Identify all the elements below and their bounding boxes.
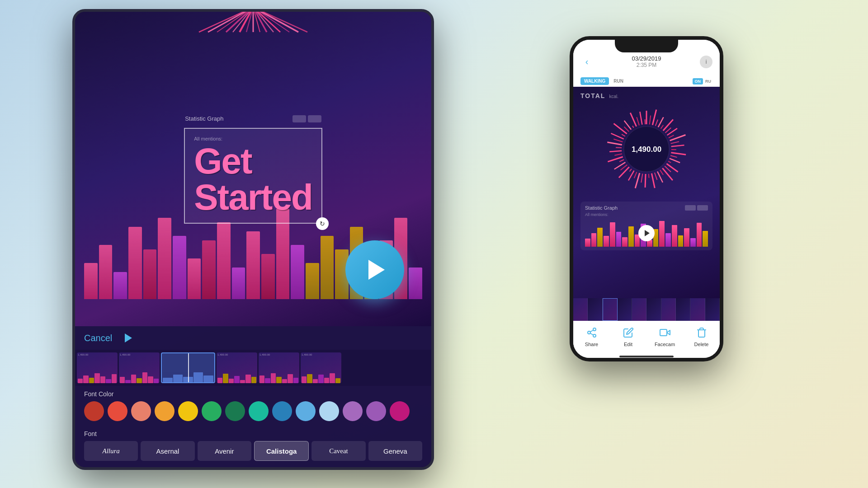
color-swatch-purple[interactable] — [366, 401, 386, 421]
home-bar — [619, 356, 674, 357]
svg-line-64 — [637, 117, 639, 125]
tablet-screen: Statistic Graph All mentions: Get Starte… — [75, 12, 431, 467]
preview-area: Statistic Graph All mentions: Get Starte… — [75, 12, 431, 326]
color-swatch-teal[interactable] — [249, 401, 269, 421]
share-action[interactable]: Share — [573, 325, 610, 347]
top-waves — [185, 12, 321, 39]
svg-line-29 — [671, 153, 686, 155]
scene: Statistic Graph All mentions: Get Starte… — [0, 0, 868, 488]
font-color-section: Font Color — [75, 386, 431, 426]
svg-line-44 — [634, 172, 637, 178]
svg-line-17 — [652, 110, 656, 125]
phone-play-button[interactable] — [638, 225, 655, 241]
svg-line-24 — [669, 135, 674, 138]
svg-line-16 — [650, 116, 651, 125]
edit-action[interactable]: Edit — [610, 325, 646, 347]
bar-item — [113, 272, 127, 299]
color-swatch-light-blue[interactable] — [319, 401, 339, 421]
timeline-container[interactable]: 1,490.00 1,490.00 — [75, 350, 431, 386]
phone-stat-header: Statistic Graph — [585, 205, 708, 211]
svg-line-26 — [671, 141, 679, 143]
info-icon: i — [706, 59, 707, 65]
color-swatch-red[interactable] — [108, 401, 127, 421]
phone-timeline-item — [646, 298, 661, 321]
stat-btn-2[interactable] — [308, 115, 321, 122]
color-swatch-orange[interactable] — [155, 401, 175, 421]
bar-item — [173, 236, 186, 299]
svg-line-62 — [632, 126, 634, 128]
color-swatch-magenta[interactable] — [390, 401, 410, 421]
play-icon — [368, 260, 385, 280]
bar-item — [217, 222, 231, 299]
svg-line-52 — [614, 154, 622, 155]
phone-bar — [659, 221, 665, 247]
color-swatch-dark-green[interactable] — [225, 401, 245, 421]
bar-item — [128, 227, 142, 299]
phone-stat-controls — [685, 205, 708, 211]
tablet: Statistic Graph All mentions: Get Starte… — [72, 9, 434, 470]
color-swatch-lavender[interactable] — [343, 401, 363, 421]
svg-line-33 — [666, 164, 678, 172]
font-option-avenir-text: Avenir — [215, 447, 234, 455]
color-swatches — [84, 401, 422, 421]
timeline-item-selected — [161, 352, 215, 383]
delete-action[interactable]: Delete — [683, 325, 720, 347]
color-swatch-dark-blue[interactable] — [272, 401, 292, 421]
content-card: Statistic Graph All mentions: Get Starte… — [184, 128, 322, 224]
svg-line-31 — [670, 159, 680, 163]
timeline-item: 1,490.00 — [217, 352, 257, 383]
badge-walking[interactable]: WALKING — [580, 77, 609, 85]
svg-line-58 — [622, 134, 625, 136]
font-option-caveat[interactable]: Caveat — [311, 441, 365, 461]
resize-icon: ↻ — [320, 220, 325, 227]
phone-timeline-item — [632, 298, 646, 321]
color-swatch-dark-red[interactable] — [84, 401, 104, 421]
phone-notch — [615, 40, 678, 52]
badge-on: ON — [693, 78, 703, 84]
phone-screen: ‹ 03/29/2019 2:35 PM i WALKING RUN ON RU — [573, 40, 720, 358]
font-option-avenir[interactable]: Avenir — [198, 441, 251, 461]
total-label: TOTAL — [580, 92, 605, 99]
phone-timeline-item — [588, 298, 602, 321]
font-option-asernal[interactable]: Asernal — [141, 441, 194, 461]
svg-line-59 — [614, 123, 627, 134]
play-button-large[interactable] — [345, 240, 404, 299]
total-row: TOTAL kcal. — [580, 92, 712, 99]
phone-time: 2:35 PM — [632, 62, 661, 68]
font-option-geneva[interactable]: Geneva — [368, 441, 422, 461]
phone-stat-btn-2[interactable] — [697, 205, 708, 211]
back-button[interactable]: ‹ — [580, 56, 593, 68]
bottom-controls: Cancel — [75, 326, 431, 350]
resize-handle[interactable]: ↻ — [316, 217, 329, 230]
svg-line-47 — [619, 167, 629, 178]
stat-graph-controls — [292, 115, 321, 122]
cancel-button[interactable]: Cancel — [84, 333, 112, 343]
phone-stat-btn-1[interactable] — [685, 205, 696, 211]
phone-bar — [622, 237, 627, 247]
svg-line-60 — [624, 127, 629, 132]
bar-item — [261, 254, 275, 299]
small-play-button[interactable] — [121, 331, 136, 345]
svg-line-50 — [619, 160, 624, 162]
color-swatch-yellow[interactable] — [178, 401, 198, 421]
stat-btn-1[interactable] — [292, 115, 306, 122]
bar-item — [158, 218, 171, 299]
timeline-item: 1,490.00 — [259, 352, 299, 383]
phone-bar — [672, 225, 677, 247]
svg-line-30 — [670, 155, 677, 157]
svg-line-18 — [656, 120, 658, 126]
phone-bar — [585, 239, 590, 247]
svg-line-56 — [613, 139, 623, 142]
facecam-action[interactable]: Facecam — [646, 325, 683, 347]
color-swatch-salmon[interactable] — [131, 401, 151, 421]
color-swatch-green[interactable] — [202, 401, 222, 421]
info-button[interactable]: i — [700, 56, 712, 68]
phone-date-time: 03/29/2019 2:35 PM — [632, 55, 661, 68]
svg-line-1 — [208, 12, 253, 32]
font-option-calistoga[interactable]: Calistoga — [254, 441, 309, 461]
timeline-track: 1,490.00 1,490.00 — [75, 350, 431, 386]
color-swatch-sky-blue[interactable] — [296, 401, 316, 421]
phone-bar — [703, 231, 708, 247]
svg-line-63 — [630, 113, 636, 127]
font-option-allura[interactable]: Allura — [84, 441, 138, 461]
